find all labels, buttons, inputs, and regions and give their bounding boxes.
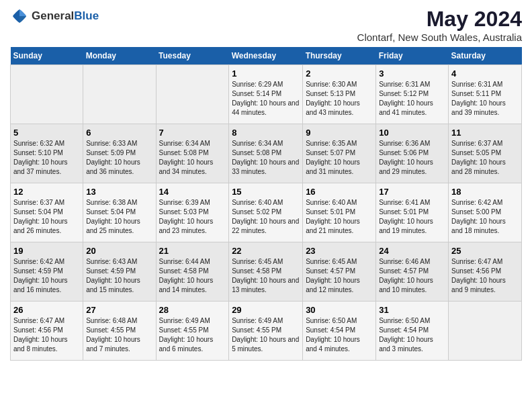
day-info: Sunrise: 6:45 AMSunset: 4:57 PMDaylight:…	[306, 258, 360, 293]
table-row: 25 Sunrise: 6:47 AMSunset: 4:56 PMDaylig…	[449, 242, 522, 302]
table-row: 18 Sunrise: 6:42 AMSunset: 5:00 PMDaylig…	[449, 183, 522, 242]
col-saturday: Saturday	[449, 47, 522, 65]
day-info: Sunrise: 6:47 AMSunset: 4:56 PMDaylight:…	[451, 258, 506, 293]
day-number: 27	[86, 305, 152, 315]
table-row: 3 Sunrise: 6:31 AMSunset: 5:12 PMDayligh…	[376, 65, 449, 124]
day-number: 31	[379, 305, 445, 315]
day-number: 25	[451, 246, 519, 256]
calendar-week-row: 5 Sunrise: 6:32 AMSunset: 5:10 PMDayligh…	[11, 124, 522, 183]
day-number: 9	[306, 128, 373, 138]
day-number: 30	[306, 305, 373, 315]
day-number: 14	[159, 187, 226, 197]
calendar-week-row: 19 Sunrise: 6:42 AMSunset: 4:59 PMDaylig…	[11, 242, 522, 302]
day-number: 10	[379, 128, 445, 138]
day-number: 13	[86, 187, 152, 197]
table-row: 1 Sunrise: 6:29 AMSunset: 5:14 PMDayligh…	[229, 65, 303, 124]
day-info: Sunrise: 6:42 AMSunset: 4:59 PMDaylight:…	[13, 258, 68, 293]
col-wednesday: Wednesday	[229, 47, 303, 65]
table-row: 5 Sunrise: 6:32 AMSunset: 5:10 PMDayligh…	[11, 124, 83, 183]
day-number: 12	[13, 187, 80, 197]
day-number: 24	[379, 246, 445, 256]
table-row: 15 Sunrise: 6:40 AMSunset: 5:02 PMDaylig…	[229, 183, 303, 242]
col-thursday: Thursday	[303, 47, 376, 65]
day-number: 7	[159, 128, 226, 138]
col-sunday: Sunday	[11, 47, 83, 65]
col-friday: Friday	[376, 47, 449, 65]
table-row: 19 Sunrise: 6:42 AMSunset: 4:59 PMDaylig…	[11, 242, 83, 302]
day-info: Sunrise: 6:45 AMSunset: 4:58 PMDaylight:…	[232, 258, 299, 293]
day-info: Sunrise: 6:31 AMSunset: 5:11 PMDaylight:…	[451, 81, 506, 116]
day-info: Sunrise: 6:40 AMSunset: 5:02 PMDaylight:…	[232, 199, 299, 234]
day-info: Sunrise: 6:34 AMSunset: 5:08 PMDaylight:…	[232, 140, 299, 175]
table-row: 10 Sunrise: 6:36 AMSunset: 5:06 PMDaylig…	[376, 124, 449, 183]
calendar-week-row: 26 Sunrise: 6:47 AMSunset: 4:56 PMDaylig…	[11, 302, 522, 361]
table-row: 17 Sunrise: 6:41 AMSunset: 5:01 PMDaylig…	[376, 183, 449, 242]
table-row: 21 Sunrise: 6:44 AMSunset: 4:58 PMDaylig…	[156, 242, 229, 302]
day-number: 26	[13, 305, 80, 315]
day-info: Sunrise: 6:49 AMSunset: 4:55 PMDaylight:…	[159, 317, 214, 353]
main-title: May 2024	[357, 7, 522, 32]
day-number: 4	[451, 68, 519, 79]
subtitle: Clontarf, New South Wales, Australia	[357, 32, 522, 43]
day-info: Sunrise: 6:36 AMSunset: 5:06 PMDaylight:…	[379, 140, 433, 175]
day-number: 3	[379, 68, 445, 79]
day-info: Sunrise: 6:47 AMSunset: 4:56 PMDaylight:…	[13, 317, 68, 353]
day-info: Sunrise: 6:39 AMSunset: 5:03 PMDaylight:…	[159, 199, 214, 234]
table-row: 14 Sunrise: 6:39 AMSunset: 5:03 PMDaylig…	[156, 183, 229, 242]
day-info: Sunrise: 6:40 AMSunset: 5:01 PMDaylight:…	[306, 199, 360, 234]
table-row: 4 Sunrise: 6:31 AMSunset: 5:11 PMDayligh…	[449, 65, 522, 124]
day-number: 16	[306, 187, 373, 197]
day-number: 2	[306, 68, 373, 79]
day-number: 17	[379, 187, 445, 197]
day-number: 1	[232, 68, 300, 79]
day-info: Sunrise: 6:48 AMSunset: 4:55 PMDaylight:…	[86, 317, 140, 353]
day-info: Sunrise: 6:42 AMSunset: 5:00 PMDaylight:…	[451, 199, 506, 234]
table-row: 2 Sunrise: 6:30 AMSunset: 5:13 PMDayligh…	[303, 65, 376, 124]
day-number: 28	[159, 305, 226, 315]
calendar-header-row: Sunday Monday Tuesday Wednesday Thursday…	[11, 47, 522, 65]
day-number: 22	[232, 246, 300, 256]
day-info: Sunrise: 6:44 AMSunset: 4:58 PMDaylight:…	[159, 258, 214, 293]
logo-icon	[10, 7, 29, 26]
table-row	[83, 65, 156, 124]
day-info: Sunrise: 6:37 AMSunset: 5:04 PMDaylight:…	[13, 199, 68, 234]
table-row	[449, 302, 522, 361]
day-info: Sunrise: 6:49 AMSunset: 4:55 PMDaylight:…	[232, 317, 299, 353]
table-row: 9 Sunrise: 6:35 AMSunset: 5:07 PMDayligh…	[303, 124, 376, 183]
table-row: 30 Sunrise: 6:50 AMSunset: 4:54 PMDaylig…	[303, 302, 376, 361]
table-row: 8 Sunrise: 6:34 AMSunset: 5:08 PMDayligh…	[229, 124, 303, 183]
table-row: 27 Sunrise: 6:48 AMSunset: 4:55 PMDaylig…	[83, 302, 156, 361]
day-info: Sunrise: 6:38 AMSunset: 5:04 PMDaylight:…	[86, 199, 140, 234]
logo-text-general: General	[32, 9, 74, 22]
table-row: 26 Sunrise: 6:47 AMSunset: 4:56 PMDaylig…	[11, 302, 83, 361]
table-row: 20 Sunrise: 6:43 AMSunset: 4:59 PMDaylig…	[83, 242, 156, 302]
table-row: 23 Sunrise: 6:45 AMSunset: 4:57 PMDaylig…	[303, 242, 376, 302]
day-info: Sunrise: 6:50 AMSunset: 4:54 PMDaylight:…	[306, 317, 360, 353]
day-number: 11	[451, 128, 519, 138]
header: GeneralBlue May 2024 Clontarf, New South…	[10, 7, 522, 43]
calendar-week-row: 12 Sunrise: 6:37 AMSunset: 5:04 PMDaylig…	[11, 183, 522, 242]
day-info: Sunrise: 6:37 AMSunset: 5:05 PMDaylight:…	[451, 140, 506, 175]
day-info: Sunrise: 6:43 AMSunset: 4:59 PMDaylight:…	[86, 258, 140, 293]
table-row	[156, 65, 229, 124]
day-info: Sunrise: 6:30 AMSunset: 5:13 PMDaylight:…	[306, 81, 360, 116]
day-number: 5	[13, 128, 80, 138]
table-row: 16 Sunrise: 6:40 AMSunset: 5:01 PMDaylig…	[303, 183, 376, 242]
table-row: 31 Sunrise: 6:50 AMSunset: 4:54 PMDaylig…	[376, 302, 449, 361]
day-info: Sunrise: 6:41 AMSunset: 5:01 PMDaylight:…	[379, 199, 433, 234]
col-tuesday: Tuesday	[156, 47, 229, 65]
day-info: Sunrise: 6:32 AMSunset: 5:10 PMDaylight:…	[13, 140, 68, 175]
day-info: Sunrise: 6:33 AMSunset: 5:09 PMDaylight:…	[86, 140, 140, 175]
day-info: Sunrise: 6:29 AMSunset: 5:14 PMDaylight:…	[232, 81, 299, 116]
day-info: Sunrise: 6:34 AMSunset: 5:08 PMDaylight:…	[159, 140, 214, 175]
table-row: 13 Sunrise: 6:38 AMSunset: 5:04 PMDaylig…	[83, 183, 156, 242]
col-monday: Monday	[83, 47, 156, 65]
day-info: Sunrise: 6:50 AMSunset: 4:54 PMDaylight:…	[379, 317, 433, 353]
day-info: Sunrise: 6:35 AMSunset: 5:07 PMDaylight:…	[306, 140, 360, 175]
table-row: 11 Sunrise: 6:37 AMSunset: 5:05 PMDaylig…	[449, 124, 522, 183]
calendar-week-row: 1 Sunrise: 6:29 AMSunset: 5:14 PMDayligh…	[11, 65, 522, 124]
logo-text-blue: Blue	[74, 9, 99, 22]
table-row: 22 Sunrise: 6:45 AMSunset: 4:58 PMDaylig…	[229, 242, 303, 302]
day-number: 21	[159, 246, 226, 256]
day-number: 19	[13, 246, 80, 256]
